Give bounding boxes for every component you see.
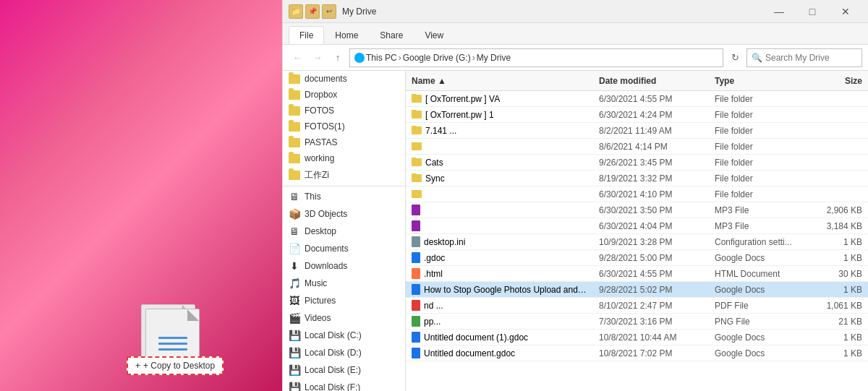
- header-size[interactable]: Size: [810, 76, 868, 86]
- refresh-button[interactable]: ↻: [726, 49, 744, 66]
- file-date: 6/30/2021 4:24 PM: [593, 110, 709, 120]
- file-type: File folder: [709, 173, 810, 184]
- table-row[interactable]: pp... 7/30/2021 3:16 PM PNG File 21 KB: [406, 314, 868, 330]
- sidebar-item-thispc[interactable]: 🖥 This: [283, 188, 405, 205]
- drag-icon: + + Copy to Desktop: [134, 304, 206, 369]
- file-name-col: Cats: [406, 158, 593, 168]
- sidebar-item-documents2[interactable]: 📄 Documents: [283, 240, 405, 257]
- file-date: 10/9/2021 3:28 PM: [593, 237, 709, 247]
- sidebar-item-documents[interactable]: documents: [283, 71, 405, 87]
- sidebar-item-desktop[interactable]: 🖥 Desktop: [283, 223, 405, 240]
- file-name-col: pp...: [406, 316, 593, 327]
- sidebar-item-fotos[interactable]: FOTOS: [283, 103, 405, 119]
- header-date[interactable]: Date modified: [593, 76, 709, 86]
- file-type: File folder: [709, 110, 810, 120]
- file-date: 8/19/2021 3:32 PM: [593, 173, 709, 184]
- title-bar: 📁 📌 ↩ My Drive — □ ✕: [283, 0, 868, 23]
- sidebar-item-pictures[interactable]: 🖼 Pictures: [283, 292, 405, 309]
- path-my-drive[interactable]: My Drive: [477, 53, 511, 63]
- minimize-button[interactable]: —: [762, 0, 796, 23]
- table-row[interactable]: Untitled document.gdoc 10/8/2021 7:02 PM…: [406, 345, 868, 361]
- table-row[interactable]: 8/6/2021 4:14 PM File folder: [406, 139, 868, 155]
- 3d-icon: 📦: [289, 208, 300, 220]
- folder-icon: [289, 154, 300, 163]
- sidebar-item-dropbox[interactable]: Dropbox: [283, 87, 405, 103]
- up-button[interactable]: ↑: [329, 49, 346, 66]
- sidebar-item-label: documents: [305, 74, 347, 84]
- file-name-col: desktop.ini: [406, 236, 593, 247]
- file-name-col: [ OxTorrent.pw ] VA: [406, 94, 593, 104]
- path-this-pc[interactable]: This PC: [366, 53, 397, 63]
- forward-button[interactable]: →: [309, 49, 326, 66]
- sidebar-item-diskc[interactable]: 💾 Local Disk (C:): [283, 327, 405, 344]
- file-size: 1 KB: [810, 332, 868, 343]
- file-type: Configuration setti...: [709, 237, 810, 247]
- sidebar-item-label: Music: [305, 278, 327, 288]
- sidebar-item-diskd[interactable]: 💾 Local Disk (D:): [283, 344, 405, 361]
- header-name[interactable]: Name ▲: [406, 76, 593, 86]
- file-name: 7.141 ...: [425, 126, 456, 136]
- sidebar-item-fotos1[interactable]: FOTOS(1): [283, 119, 405, 134]
- sidebar-item-label: This: [305, 192, 321, 202]
- table-row[interactable]: .html 6/30/2021 4:55 PM HTML Document 30…: [406, 266, 868, 282]
- file-date: 10/8/2021 10:44 AM: [593, 332, 709, 343]
- folder-icon: [412, 174, 422, 182]
- file-size: 1 KB: [810, 237, 868, 247]
- downloads-icon: ⬇: [289, 260, 300, 272]
- file-size: 2,906 KB: [810, 205, 868, 215]
- table-row[interactable]: Cats 9/26/2021 3:45 PM File folder: [406, 155, 868, 171]
- search-input[interactable]: [765, 53, 857, 63]
- sidebar-item-3dobjects[interactable]: 📦 3D Objects: [283, 205, 405, 223]
- table-row[interactable]: Untitled document (1).gdoc 10/8/2021 10:…: [406, 330, 868, 345]
- maximize-button[interactable]: □: [796, 0, 829, 23]
- disk-icon: 💾: [289, 382, 300, 391]
- file-size: 21 KB: [810, 317, 868, 327]
- file-date: 7/30/2021 3:16 PM: [593, 317, 709, 327]
- copy-tooltip-label: + Copy to Desktop: [143, 361, 215, 371]
- tab-share[interactable]: Share: [369, 26, 414, 44]
- table-row[interactable]: .gdoc 9/28/2021 5:00 PM Google Docs 1 KB: [406, 250, 868, 266]
- file-size: 1 KB: [810, 348, 868, 358]
- pc-icon: 🖥: [289, 191, 300, 202]
- sidebar-item-videos[interactable]: 🎬 Videos: [283, 309, 405, 327]
- disk-icon: 💾: [289, 364, 300, 376]
- table-row[interactable]: nd ... 8/10/2021 2:47 PM PDF File 1,061 …: [406, 298, 868, 314]
- pictures-icon: 🖼: [289, 295, 300, 306]
- table-row[interactable]: How to Stop Google Photos Upload and ...…: [406, 282, 868, 298]
- sidebar-item-working[interactable]: working: [283, 150, 405, 166]
- window-controls: — □ ✕: [762, 0, 862, 23]
- tab-view[interactable]: View: [414, 26, 454, 44]
- sidebar-item-label: Local Disk (C:): [305, 330, 362, 340]
- sidebar-item-music[interactable]: 🎵 Music: [283, 275, 405, 292]
- folder-icon: [412, 142, 422, 150]
- sidebar-item-downloads[interactable]: ⬇ Downloads: [283, 257, 405, 275]
- address-path[interactable]: This PC › Google Drive (G:) › My Drive: [349, 48, 723, 67]
- file-date: 6/30/2021 3:50 PM: [593, 205, 709, 215]
- path-google-drive[interactable]: Google Drive (G:): [403, 53, 471, 63]
- header-type[interactable]: Type: [709, 76, 810, 86]
- file-date: 9/26/2021 3:45 PM: [593, 158, 709, 168]
- close-button[interactable]: ✕: [829, 0, 862, 23]
- file-name-col: [406, 142, 593, 150]
- table-row[interactable]: 6/30/2021 4:10 PM File folder: [406, 186, 868, 202]
- file-date: 6/30/2021 4:10 PM: [593, 189, 709, 199]
- file-size: 1 KB: [810, 285, 868, 295]
- sidebar-item-diskf[interactable]: 💾 Local Disk (F:): [283, 379, 405, 391]
- table-row[interactable]: 7.141 ... 8/2/2021 11:49 AM File folder: [406, 123, 868, 139]
- sidebar-item-gongzuozi[interactable]: 工作Zi: [283, 166, 405, 184]
- tab-home[interactable]: Home: [324, 26, 369, 44]
- table-row[interactable]: [ OxTorrent.pw ] VA 6/30/2021 4:55 PM Fi…: [406, 91, 868, 107]
- sidebar-item-diske[interactable]: 💾 Local Disk (E:): [283, 361, 405, 379]
- table-row[interactable]: desktop.ini 10/9/2021 3:28 PM Configurat…: [406, 234, 868, 250]
- back-button[interactable]: ←: [289, 49, 306, 66]
- table-row[interactable]: 6/30/2021 4:04 PM MP3 File 3,184 KB: [406, 218, 868, 234]
- table-row[interactable]: [ OxTorrent.pw ] 1 6/30/2021 4:24 PM Fil…: [406, 107, 868, 123]
- table-row[interactable]: Sync 8/19/2021 3:32 PM File folder: [406, 171, 868, 186]
- drag-icon-lines: [153, 322, 193, 356]
- pin-icon: 📌: [305, 4, 320, 19]
- table-row[interactable]: 6/30/2021 3:50 PM MP3 File 2,906 KB: [406, 202, 868, 218]
- file-name-col: Untitled document.gdoc: [406, 348, 593, 358]
- tab-file[interactable]: File: [289, 26, 324, 44]
- file-name: .gdoc: [424, 253, 445, 263]
- sidebar-item-pastas[interactable]: PASTAS: [283, 134, 405, 150]
